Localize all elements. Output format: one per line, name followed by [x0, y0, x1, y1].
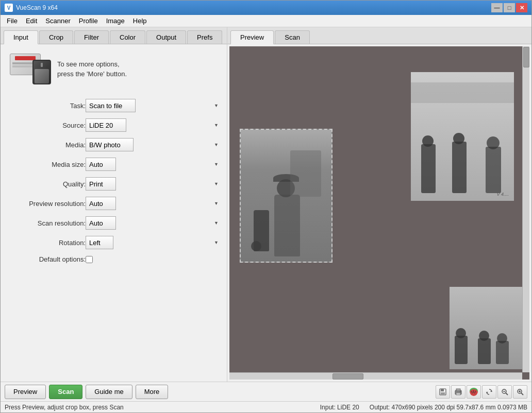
tab-color[interactable]: Color [110, 30, 145, 44]
tab-input[interactable]: Input [4, 30, 38, 44]
menu-image[interactable]: Image [102, 16, 129, 26]
save-icon[interactable] [436, 385, 450, 399]
preview-area[interactable]: V 4.... [229, 46, 529, 380]
scrollbar-vertical[interactable] [522, 46, 529, 372]
panel-content: To see more options, press the 'More' bu… [1, 44, 227, 382]
menu-edit[interactable]: Edit [22, 16, 41, 26]
quality-row: Quality: Print [6, 177, 222, 191]
status-bar: Press Preview, adjust crop box, press Sc… [1, 401, 531, 412]
svg-rect-2 [441, 392, 445, 394]
rotation-row: Rotation: Left [6, 236, 222, 249]
preview-res-select-wrapper: Auto [86, 197, 222, 210]
toolbar-icons [436, 385, 527, 399]
zoom-in-icon[interactable] [513, 385, 527, 399]
menu-scanner[interactable]: Scanner [41, 16, 74, 26]
task-label: Task: [6, 102, 86, 110]
main-window: V VueScan 9 x64 — □ ✕ File Edit Scanner … [0, 0, 532, 413]
maximize-button[interactable]: □ [504, 3, 515, 12]
print-icon[interactable] [451, 385, 466, 399]
scan-res-row: Scan resolution: Auto [6, 216, 222, 230]
source-label: Source: [6, 122, 86, 129]
tab-scan[interactable]: Scan [275, 30, 310, 44]
media-size-label: Media size: [6, 161, 86, 168]
title-bar: V VueScan 9 x64 — □ ✕ [1, 1, 531, 15]
scan-res-label: Scan resolution: [6, 219, 86, 227]
media-select[interactable]: B/W photo [86, 138, 134, 151]
right-panel: Preview Scan [227, 27, 531, 382]
menu-file[interactable]: File [3, 16, 22, 26]
guide-me-button[interactable]: Guide me [86, 385, 132, 399]
window-title: VueScan 9 x64 [16, 4, 491, 11]
tab-output[interactable]: Output [146, 30, 186, 44]
media-row: Media: B/W photo [6, 138, 222, 151]
tab-crop[interactable]: Crop [39, 30, 73, 44]
rotate-icon[interactable] [482, 385, 496, 399]
photo-1 [240, 129, 332, 263]
hint-box: To see more options, press the 'More' bu… [6, 49, 222, 89]
quality-select[interactable]: Print [86, 177, 116, 191]
main-content: Input Crop Filter Color Output Prefs [1, 27, 531, 382]
source-row: Source: LiDE 20 [6, 118, 222, 132]
scroll-thumb-v[interactable] [523, 47, 529, 67]
media-select-wrapper: B/W photo [86, 138, 222, 151]
preview-button[interactable]: Preview [5, 385, 46, 399]
menu-help[interactable]: Help [129, 16, 151, 26]
task-row: Task: Scan to file [6, 99, 222, 112]
default-options-checkbox[interactable] [86, 256, 93, 263]
svg-line-11 [506, 393, 508, 395]
bottom-bar: Preview Scan Guide me More [1, 382, 531, 401]
zoom-out-icon[interactable] [497, 385, 512, 399]
scan-res-select[interactable]: Auto [86, 216, 116, 230]
window-controls: — □ ✕ [491, 3, 527, 12]
rotation-select-wrapper: Left [86, 236, 222, 249]
right-tabs: Preview Scan [227, 27, 531, 44]
tab-prefs[interactable]: Prefs [187, 30, 222, 44]
source-select[interactable]: LiDE 20 [86, 118, 126, 132]
task-select-wrapper: Scan to file [86, 99, 222, 112]
rotation-select[interactable]: Left [86, 236, 113, 249]
preview-res-select[interactable]: Auto [86, 197, 116, 210]
left-tabs: Input Crop Filter Color Output Prefs [1, 27, 227, 44]
source-select-wrapper: LiDE 20 [86, 118, 222, 132]
photo-3 [450, 287, 527, 369]
task-select[interactable]: Scan to file [86, 99, 136, 112]
svg-line-15 [521, 393, 523, 395]
app-icon: V [5, 4, 13, 12]
tab-preview[interactable]: Preview [230, 30, 274, 44]
close-button[interactable]: ✕ [516, 3, 527, 12]
status-right: Output: 470x690 pixels 200 dpi 59.7x87.6… [370, 404, 527, 411]
preview-res-label: Preview resolution: [6, 200, 86, 208]
rotation-label: Rotation: [6, 239, 86, 247]
status-input: Input: LiDE 20 [320, 404, 359, 411]
menu-bar: File Edit Scanner Profile Image Help [1, 15, 531, 27]
quality-label: Quality: [6, 180, 86, 188]
default-options-label: Default options: [6, 255, 86, 263]
scan-res-select-wrapper: Auto [86, 216, 222, 230]
media-size-row: Media size: Auto [6, 158, 222, 171]
default-options-row: Default options: [6, 255, 222, 263]
scan-button[interactable]: Scan [49, 385, 82, 399]
scan-icon[interactable] [467, 385, 481, 399]
minimize-button[interactable]: — [491, 3, 503, 12]
status-left: Press Preview, adjust crop box, press Sc… [5, 404, 310, 411]
svg-rect-4 [456, 389, 460, 391]
preview-res-row: Preview resolution: Auto [6, 197, 222, 210]
hint-text: To see more options, press the 'More' bu… [57, 59, 127, 79]
scroll-thumb-h[interactable] [332, 373, 363, 380]
menu-profile[interactable]: Profile [75, 16, 102, 26]
media-size-select[interactable]: Auto [86, 158, 116, 171]
svg-point-6 [460, 391, 461, 392]
left-panel: Input Crop Filter Color Output Prefs [1, 27, 227, 382]
svg-rect-1 [441, 389, 444, 391]
photo-2: V 4.... [411, 72, 514, 201]
svg-rect-5 [456, 393, 460, 395]
tab-filter[interactable]: Filter [74, 30, 109, 44]
more-button[interactable]: More [136, 385, 169, 399]
media-label: Media: [6, 141, 86, 149]
hint-icon [10, 54, 51, 84]
quality-select-wrapper: Print [86, 177, 222, 191]
media-size-select-wrapper: Auto [86, 158, 222, 171]
scrollbar-horizontal[interactable] [229, 372, 522, 380]
